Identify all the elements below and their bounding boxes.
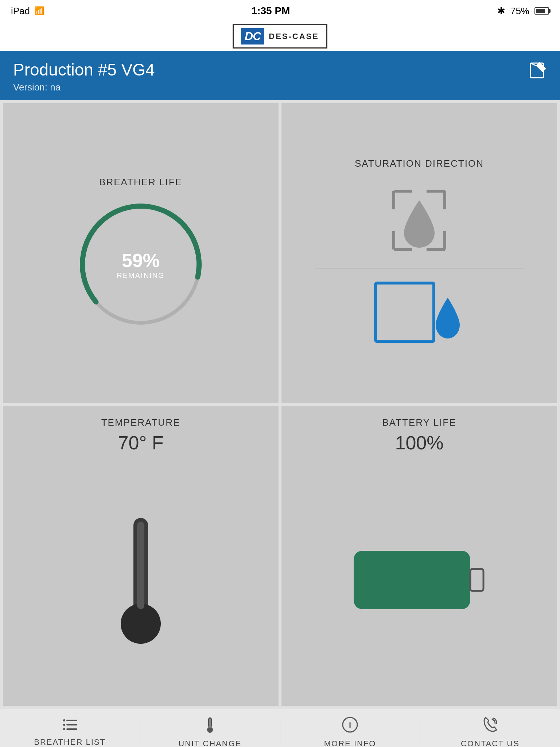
logo-brand: DES-CASE bbox=[269, 32, 319, 41]
bottom-nav: BREATHER LIST UNIT CHANGE i MORE INFO bbox=[0, 709, 560, 747]
battery-life-value: 100% bbox=[395, 432, 444, 454]
saturation-content bbox=[289, 180, 550, 349]
battery-life-card: BATTERY LIFE 100% bbox=[281, 406, 557, 706]
page-title: Production #5 VG4 bbox=[13, 60, 155, 80]
phone-icon bbox=[483, 717, 497, 736]
battery-icon bbox=[534, 7, 549, 15]
battery-percent: 75% bbox=[510, 5, 529, 17]
saturation-title: SATURATION DIRECTION bbox=[355, 158, 484, 169]
version-label: Version: na bbox=[13, 82, 155, 93]
battery-visual-svg bbox=[350, 540, 489, 620]
wifi-icon: 📶 bbox=[34, 6, 44, 16]
nav-contact-us-label: CONTACT US bbox=[461, 739, 520, 747]
saturation-direction-card: SATURATION DIRECTION bbox=[281, 103, 557, 403]
status-right: ✱ 75% bbox=[497, 5, 549, 17]
svg-rect-17 bbox=[470, 569, 483, 591]
thermometer-nav-icon bbox=[205, 717, 215, 736]
logo-bar: DC DES-CASE bbox=[0, 22, 560, 51]
thermometer-wrap bbox=[108, 461, 174, 698]
nav-more-info[interactable]: i MORE INFO bbox=[280, 717, 420, 747]
status-bar: iPad 📶 1:35 PM ✱ 75% bbox=[0, 0, 560, 22]
nav-contact-us[interactable]: CONTACT US bbox=[420, 717, 560, 747]
svg-rect-16 bbox=[354, 551, 470, 609]
circle-text: 59% REMAINING bbox=[117, 249, 164, 279]
svg-rect-15 bbox=[137, 522, 144, 609]
info-icon: i bbox=[342, 717, 358, 736]
nav-breather-list-label: BREATHER LIST bbox=[34, 738, 106, 747]
logo-dc: DC bbox=[241, 28, 264, 44]
svg-rect-12 bbox=[376, 283, 434, 341]
breather-remaining-label: REMAINING bbox=[117, 271, 164, 279]
saturation-top bbox=[379, 180, 459, 260]
temperature-card: TEMPERATURE 70° F bbox=[3, 406, 279, 706]
sat-divider bbox=[315, 268, 524, 268]
temperature-value: 70° F bbox=[118, 432, 164, 454]
bluetooth-icon: ✱ bbox=[497, 5, 505, 17]
temperature-title: TEMPERATURE bbox=[101, 417, 180, 428]
breather-life-card: BREATHER LIFE 59% REMAINING bbox=[3, 103, 279, 403]
breather-percent: 59% bbox=[117, 249, 164, 271]
logo-box: DC DES-CASE bbox=[233, 24, 327, 49]
nav-breather-list[interactable]: BREATHER LIST bbox=[0, 718, 140, 747]
svg-point-25 bbox=[207, 727, 213, 733]
svg-point-23 bbox=[63, 728, 65, 730]
edit-icon[interactable] bbox=[529, 61, 547, 84]
battery-life-title: BATTERY LIFE bbox=[382, 417, 456, 428]
time-display: 1:35 PM bbox=[252, 5, 290, 17]
svg-text:i: i bbox=[349, 720, 351, 729]
nav-more-info-label: MORE INFO bbox=[324, 739, 376, 747]
svg-rect-26 bbox=[209, 719, 211, 728]
breather-circle: 59% REMAINING bbox=[71, 195, 210, 334]
device-label: iPad bbox=[11, 5, 30, 17]
main-grid: BREATHER LIFE 59% REMAINING SATURATION D… bbox=[0, 100, 560, 709]
svg-point-21 bbox=[63, 719, 65, 721]
status-left: iPad 📶 bbox=[11, 5, 44, 17]
nav-unit-change[interactable]: UNIT CHANGE bbox=[140, 717, 280, 747]
nav-unit-change-label: UNIT CHANGE bbox=[178, 739, 241, 747]
svg-point-14 bbox=[121, 604, 161, 644]
thermometer-svg bbox=[108, 511, 174, 649]
saturation-bottom bbox=[368, 276, 470, 349]
battery-visual-wrap bbox=[350, 461, 489, 698]
svg-point-22 bbox=[63, 724, 65, 726]
list-icon bbox=[63, 718, 77, 735]
header: Production #5 VG4 Version: na bbox=[0, 51, 560, 100]
